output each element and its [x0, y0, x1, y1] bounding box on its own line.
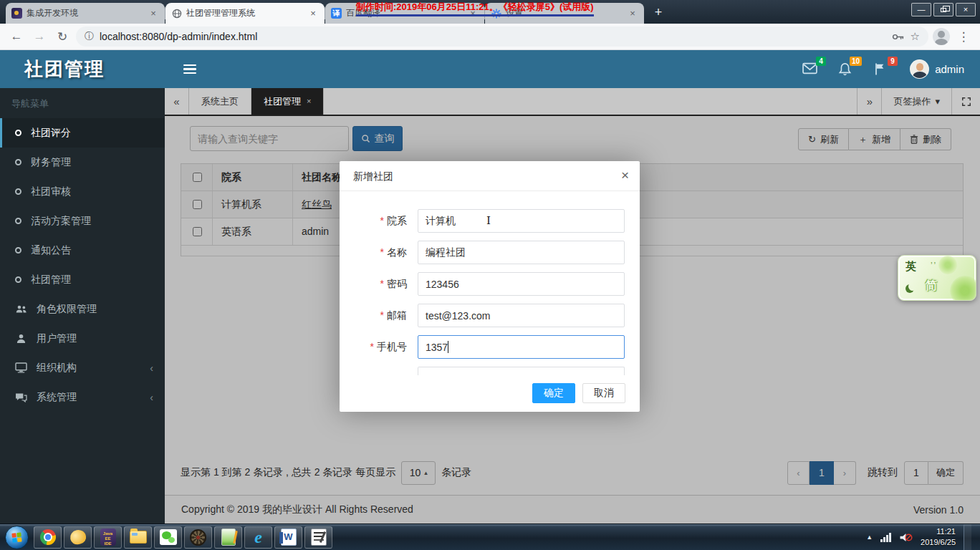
- field-label-text: 院系: [387, 215, 407, 226]
- bookmark-star-icon[interactable]: ☆: [911, 30, 920, 43]
- address-bar[interactable]: ⓘ localhost:8080/dp-admin/index.html ☆: [76, 26, 928, 47]
- ime-english-indicator[interactable]: 英: [905, 260, 916, 274]
- modal-body: *院系 I *名称 *密码 *邮箱: [340, 191, 640, 375]
- page-tab-club-management[interactable]: 社团管理 ×: [251, 88, 324, 115]
- taskbar-ie[interactable]: e: [244, 526, 272, 549]
- sidebar-item-activity-plan[interactable]: 活动方案管理: [0, 206, 165, 236]
- club-name-input[interactable]: [418, 241, 625, 264]
- sidebar-item-finance[interactable]: 财务管理: [0, 148, 165, 177]
- phone-input[interactable]: [418, 335, 625, 359]
- sidebar-item-label: 社团审核: [31, 185, 71, 198]
- folder-icon: [130, 531, 147, 544]
- sidebar-item-label: 通知公告: [31, 244, 71, 257]
- taskbar-explorer[interactable]: [124, 526, 152, 549]
- modal-confirm-button[interactable]: 确定: [532, 383, 575, 403]
- browser-tab-ide[interactable]: 集成开发环境 ×: [6, 3, 165, 24]
- forward-icon[interactable]: →: [30, 29, 49, 44]
- scroll-tabs-right-button[interactable]: »: [857, 88, 881, 115]
- field-row-dept: *院系 I: [340, 209, 640, 233]
- windows-flag-icon: [11, 532, 22, 543]
- modal-close-icon[interactable]: ×: [621, 161, 629, 190]
- internet-explorer-icon: e: [254, 529, 262, 545]
- field-row-phone: *手机号: [340, 335, 640, 359]
- window-minimize-button[interactable]: —: [911, 3, 931, 16]
- chrome-menu-icon[interactable]: ⋮: [954, 29, 973, 44]
- browser-tab-title: 集成开发环境: [27, 7, 143, 19]
- tray-expand-icon[interactable]: ▲: [866, 534, 873, 541]
- taskbar-drawing-tool[interactable]: [304, 526, 332, 549]
- user-menu[interactable]: admin: [910, 59, 964, 79]
- page-tab-label: 系统主页: [201, 88, 239, 115]
- taskbar-wechat[interactable]: [154, 526, 182, 549]
- taskbar-navicat[interactable]: [64, 526, 92, 549]
- ime-halfwidth-moon-icon[interactable]: [908, 282, 917, 291]
- new-tab-button[interactable]: +: [649, 4, 668, 22]
- chrome-icon: [40, 529, 56, 545]
- dept-input[interactable]: [418, 209, 625, 233]
- tab-close-icon[interactable]: ×: [627, 8, 638, 19]
- page-tab-close-icon[interactable]: ×: [307, 88, 311, 115]
- page-tab-home[interactable]: 系统主页: [189, 88, 251, 115]
- ime-language-widget[interactable]: 英 ’’ 简: [898, 255, 976, 301]
- site-info-icon[interactable]: ⓘ: [85, 30, 94, 43]
- sidebar-item-announcements[interactable]: 通知公告: [0, 236, 165, 265]
- wechat-icon: [160, 529, 177, 545]
- required-marker: *: [380, 309, 384, 321]
- windows-taskbar: Java EEIDE e W ▲ 11:21 2019/6/25: [0, 524, 980, 550]
- tab-operations-dropdown[interactable]: 页签操作 ▾: [881, 88, 951, 115]
- ime-simplified-indicator[interactable]: 简: [926, 279, 937, 294]
- tasks-badge: 9: [888, 57, 898, 66]
- sidebar-item-club-review[interactable]: 社团审核: [0, 177, 165, 206]
- password-input[interactable]: [418, 272, 625, 296]
- circle-icon: [15, 247, 21, 254]
- sidebar-item-label: 社团管理: [31, 274, 71, 286]
- tab-close-icon[interactable]: ×: [307, 8, 319, 19]
- sidebar-item-club-management[interactable]: 社团管理: [0, 265, 165, 294]
- taskbar-word[interactable]: W: [274, 526, 302, 549]
- messages-button[interactable]: 4: [802, 62, 818, 77]
- browser-tab-club-system[interactable]: 社团管理管理系统 ×: [165, 3, 325, 24]
- tasks-button[interactable]: 9: [874, 62, 890, 77]
- network-signal-icon[interactable]: [880, 532, 891, 542]
- notifications-button[interactable]: 10: [838, 62, 854, 77]
- circle-icon: [15, 159, 21, 165]
- sidebar-toggle-hamburger-icon[interactable]: [179, 60, 201, 79]
- sidebar-item-label: 活动方案管理: [31, 215, 91, 228]
- users-icon: [15, 304, 27, 314]
- sidebar-item-label: 组织机构: [37, 362, 77, 375]
- sidebar-item-user-management[interactable]: 用户管理: [0, 324, 165, 353]
- envelope-icon: [802, 62, 817, 74]
- url-text: localhost:8080/dp-admin/index.html: [100, 31, 886, 42]
- window-controls: — ×: [911, 3, 976, 16]
- taskbar-notepad[interactable]: [214, 526, 242, 549]
- tab-close-icon[interactable]: ×: [148, 8, 159, 19]
- back-icon[interactable]: ←: [7, 29, 26, 44]
- window-restore-button[interactable]: [933, 3, 953, 16]
- show-desktop-button[interactable]: [964, 524, 971, 550]
- taskbar-media-app[interactable]: [184, 526, 212, 549]
- sidebar-item-club-score[interactable]: 社团评分: [0, 118, 165, 148]
- modal-cancel-button[interactable]: 取消: [582, 383, 625, 403]
- sidebar-item-system-management[interactable]: 系统管理 ‹: [0, 382, 165, 412]
- ime-flower-decoration: [938, 256, 957, 274]
- reload-icon[interactable]: ↻: [53, 29, 72, 44]
- password-key-icon[interactable]: [892, 33, 905, 41]
- window-close-button[interactable]: ×: [956, 3, 976, 16]
- taskbar-clock[interactable]: 11:21 2019/6/25: [921, 526, 956, 549]
- chrome-profile-avatar[interactable]: [933, 28, 950, 45]
- sidebar-item-organization[interactable]: 组织机构 ‹: [0, 353, 165, 382]
- taskbar-eclipse[interactable]: Java EEIDE: [94, 526, 122, 549]
- volume-muted-icon[interactable]: [899, 532, 913, 543]
- ime-punctuation-indicator[interactable]: ’’: [931, 261, 937, 271]
- fullscreen-expand-button[interactable]: [951, 88, 980, 115]
- start-button[interactable]: [5, 526, 29, 549]
- sidebar-item-role-permissions[interactable]: 角色权限管理: [0, 294, 165, 324]
- caret-down-icon: ▾: [935, 88, 940, 115]
- messages-badge: 4: [816, 57, 826, 66]
- taskbar-chrome[interactable]: [34, 526, 62, 549]
- email-input[interactable]: [418, 304, 625, 327]
- app-title: 社团管理: [0, 57, 165, 82]
- scroll-tabs-left-button[interactable]: «: [165, 88, 189, 115]
- browser-tab-title: 社团管理管理系统: [186, 7, 303, 19]
- page-tab-label: 社团管理: [264, 88, 301, 115]
